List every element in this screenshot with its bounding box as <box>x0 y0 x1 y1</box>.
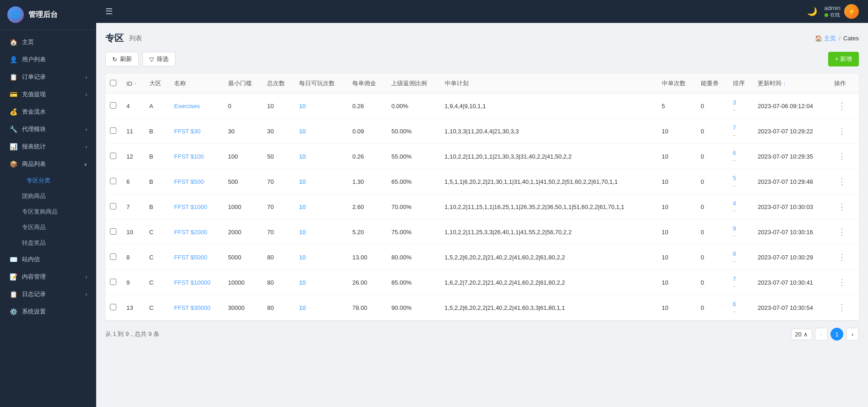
breadcrumb-home[interactable]: 🏠 主页 <box>815 34 836 43</box>
page-size-select[interactable]: 20 ∧ <box>791 329 812 340</box>
sidebar-item-label: 报表统计 <box>22 143 81 151</box>
cell-plan: 1,5,2,2|6,20,2,2|21,40,2,2|41,60,3,3|61,… <box>440 295 657 320</box>
cell-energy: 0 <box>696 270 728 295</box>
chevron-right-icon: › <box>86 92 87 97</box>
rank-link[interactable]: 5-- <box>733 175 736 188</box>
name-link[interactable]: FFST $30000 <box>174 304 210 311</box>
row-action-button[interactable]: ⋮ <box>834 149 850 163</box>
sidebar-item-recharge[interactable]: 💳 充值提现 › <box>0 86 96 103</box>
row-checkbox[interactable] <box>110 203 116 209</box>
th-name: 名称 <box>169 74 224 94</box>
home-breadcrumb-icon: 🏠 <box>815 35 822 42</box>
rank-link[interactable]: 3-- <box>733 99 736 113</box>
cell-id: 13 <box>122 295 145 320</box>
sidebar-item-reports[interactable]: 📊 报表统计 › <box>0 138 96 155</box>
row-checkbox[interactable] <box>110 102 116 109</box>
row-checkbox[interactable] <box>110 153 116 159</box>
sidebar-item-logs[interactable]: 📋 日志记录 › <box>0 286 96 303</box>
th-plan: 中单计划 <box>440 74 657 94</box>
row-action-button[interactable]: ⋮ <box>834 225 850 239</box>
cell-zone: C <box>145 245 170 270</box>
rank-link[interactable]: 9-- <box>733 225 736 239</box>
avatar[interactable]: ⚡ <box>844 4 859 19</box>
sidebar-item-agent[interactable]: 🔧 代理模块 › <box>0 121 96 138</box>
row-checkbox[interactable] <box>110 127 116 134</box>
page-1-button[interactable]: 1 <box>830 328 843 341</box>
cell-hit-count: 10 <box>657 194 696 220</box>
sidebar-item-label: 内容管理 <box>22 273 81 281</box>
sidebar-item-label: 专区复购商品 <box>22 208 58 216</box>
name-link[interactable]: FFST $10000 <box>174 279 210 286</box>
breadcrumb-separator: / <box>839 35 841 42</box>
row-checkbox[interactable] <box>110 178 116 184</box>
rank-link[interactable]: 6-- <box>733 301 736 314</box>
rank-link[interactable]: 6-- <box>733 149 736 163</box>
table-row: 9 C FFST $10000 10000 80 10 26.00 85.00%… <box>105 270 859 295</box>
cell-total-count: 10 <box>262 94 295 119</box>
name-link[interactable]: FFST $100 <box>174 153 204 160</box>
th-daily-count: 每日可玩次数 <box>295 74 348 94</box>
row-checkbox[interactable] <box>110 228 116 235</box>
hamburger-icon[interactable]: ☰ <box>105 6 113 16</box>
cell-zone: C <box>145 295 170 320</box>
row-action-button[interactable]: ⋮ <box>834 250 850 264</box>
sidebar-item-zone-goods[interactable]: 专区商品 <box>0 220 96 235</box>
refresh-button[interactable]: ↻ 刷新 <box>105 52 139 66</box>
cell-zone: A <box>145 94 170 119</box>
sidebar-item-label: 系统设置 <box>22 308 87 316</box>
sort-updated-icon[interactable]: ↑ <box>783 81 786 86</box>
row-checkbox[interactable] <box>110 304 116 310</box>
row-checkbox[interactable] <box>110 279 116 285</box>
cell-total-count: 70 <box>262 169 295 194</box>
name-link[interactable]: FFST $2000 <box>174 229 207 236</box>
sidebar-item-repurchase[interactable]: 专区复购商品 <box>0 204 96 220</box>
chevron-right-icon: › <box>86 275 87 280</box>
sidebar-item-users[interactable]: 👤 用户列表 <box>0 51 96 68</box>
rank-link[interactable]: 7-- <box>733 124 736 138</box>
agent-icon: 🔧 <box>9 126 17 133</box>
prev-page-button[interactable]: ‹ <box>815 328 828 341</box>
th-hit-count: 中单次数 <box>657 74 696 94</box>
next-page-button[interactable]: › <box>846 328 859 341</box>
name-link[interactable]: FFST $5000 <box>174 254 207 261</box>
sidebar-item-zone-category[interactable]: 专区分类 <box>0 173 96 188</box>
name-link[interactable]: FFST $500 <box>174 178 204 185</box>
sidebar-item-home[interactable]: 🏠 主页 <box>0 33 96 51</box>
cell-updated: 2023-07-07 10:29:48 <box>753 169 830 194</box>
row-action-button[interactable]: ⋮ <box>834 99 850 113</box>
row-action-button[interactable]: ⋮ <box>834 200 850 214</box>
cell-id: 11 <box>122 119 145 144</box>
dark-mode-icon[interactable]: 🌙 <box>807 6 817 16</box>
add-button[interactable]: + 新增 <box>828 52 859 66</box>
sidebar-item-label: 商品列表 <box>22 160 79 168</box>
row-action-button[interactable]: ⋮ <box>834 275 850 289</box>
sidebar-item-orders[interactable]: 📋 订单记录 › <box>0 68 96 86</box>
sidebar-item-group-buy[interactable]: 团购商品 <box>0 188 96 204</box>
cell-id: 12 <box>122 144 145 169</box>
row-action-button[interactable]: ⋮ <box>834 175 850 188</box>
cell-energy: 0 <box>696 245 728 270</box>
sort-id-icon[interactable]: ↑ <box>134 81 136 86</box>
rank-link[interactable]: 7-- <box>733 275 736 289</box>
name-link[interactable]: FFST $1000 <box>174 204 207 210</box>
row-checkbox[interactable] <box>110 253 116 260</box>
sidebar-item-content[interactable]: 📝 内容管理 › <box>0 268 96 286</box>
filter-button[interactable]: ▽ 筛选 <box>142 52 175 66</box>
breadcrumb: 🏠 主页 / Cates <box>815 34 859 43</box>
sidebar-item-turntable[interactable]: 转盘奖品 <box>0 235 96 251</box>
sidebar-item-label: 用户列表 <box>22 55 87 64</box>
sidebar-item-settings[interactable]: ⚙️ 系统设置 <box>0 303 96 320</box>
row-action-button[interactable]: ⋮ <box>834 301 850 314</box>
cell-updated: 2023-07-07 10:29:35 <box>753 144 830 169</box>
cell-hit-count: 10 <box>657 169 696 194</box>
name-link[interactable]: Exercises <box>174 103 200 110</box>
name-link[interactable]: FFST $30 <box>174 128 201 135</box>
sidebar-item-messages[interactable]: ✉️ 站内信 <box>0 251 96 268</box>
sidebar-item-products[interactable]: 📦 商品列表 ∨ <box>0 155 96 173</box>
rank-link[interactable]: 4-- <box>733 200 736 214</box>
rank-link[interactable]: 8-- <box>733 250 736 264</box>
row-action-button[interactable]: ⋮ <box>834 124 850 138</box>
sidebar-item-finance[interactable]: 💰 资金流水 <box>0 103 96 121</box>
select-all-checkbox[interactable] <box>110 80 116 86</box>
cell-plan: 1,10,3,3|11,20,4,4|21,30,3,3 <box>440 119 657 144</box>
